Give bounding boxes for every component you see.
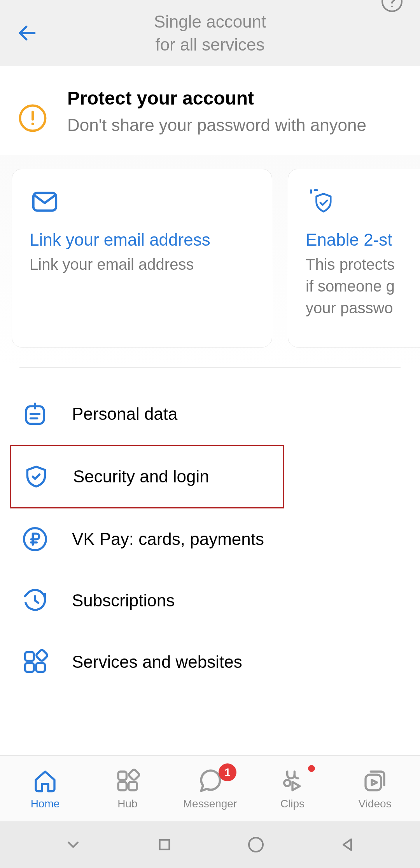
nav-label: Hub bbox=[117, 798, 137, 810]
system-menu-button[interactable] bbox=[61, 833, 85, 856]
svg-rect-22 bbox=[159, 840, 169, 850]
notification-dot bbox=[308, 765, 315, 772]
personal-data-icon bbox=[21, 400, 49, 428]
system-navigation-bar bbox=[0, 821, 420, 868]
menu-item-label: Personal data bbox=[72, 404, 178, 424]
alert-title: Protect your account bbox=[67, 87, 366, 109]
settings-menu: Personal data Security and login VK Pay:… bbox=[0, 368, 420, 693]
page-title: Single account for all services bbox=[0, 10, 420, 56]
help-icon bbox=[380, 0, 404, 13]
alert-description: Don't share your password with anyone bbox=[67, 113, 366, 138]
nav-home[interactable]: Home bbox=[4, 767, 86, 810]
notification-badge: 1 bbox=[219, 763, 236, 781]
nav-label: Videos bbox=[358, 798, 391, 810]
menu-item-label: Subscriptions bbox=[72, 591, 175, 610]
back-button[interactable] bbox=[16, 21, 39, 45]
svg-rect-15 bbox=[36, 649, 48, 662]
svg-rect-13 bbox=[25, 663, 34, 672]
app-header: Single account for all services bbox=[0, 0, 420, 66]
svg-rect-12 bbox=[25, 652, 34, 661]
shield-check-icon bbox=[23, 463, 50, 490]
system-back-button[interactable] bbox=[336, 833, 359, 856]
nav-label: Clips bbox=[280, 798, 304, 810]
square-icon bbox=[156, 837, 173, 853]
card-description: This protects if someone g your passwo bbox=[306, 253, 420, 319]
videos-icon bbox=[362, 767, 387, 795]
svg-point-20 bbox=[284, 780, 290, 786]
main-content: Protect your account Don't share your pa… bbox=[0, 66, 420, 755]
system-overview-button[interactable] bbox=[153, 833, 176, 856]
svg-point-2 bbox=[391, 6, 393, 7]
svg-rect-16 bbox=[118, 772, 126, 780]
svg-rect-18 bbox=[129, 782, 137, 790]
nav-videos[interactable]: Videos bbox=[334, 767, 416, 810]
menu-item-label: Services and websites bbox=[72, 652, 242, 672]
menu-item-label: Security and login bbox=[73, 467, 209, 486]
svg-point-23 bbox=[249, 838, 263, 852]
svg-rect-17 bbox=[118, 782, 126, 790]
menu-item-label: VK Pay: cards, payments bbox=[72, 529, 264, 549]
page-title-line2: for all services bbox=[155, 35, 264, 54]
menu-item-security-login[interactable]: Security and login bbox=[10, 445, 284, 508]
apps-icon bbox=[21, 648, 49, 676]
svg-point-5 bbox=[32, 122, 34, 125]
clock-refresh-icon bbox=[21, 587, 49, 614]
svg-rect-14 bbox=[36, 663, 45, 672]
mail-icon bbox=[30, 187, 254, 218]
exclamation-icon bbox=[18, 103, 48, 135]
menu-item-personal-data[interactable]: Personal data bbox=[0, 383, 420, 445]
system-home-button[interactable] bbox=[244, 833, 268, 856]
card-title: Enable 2-st bbox=[306, 230, 420, 250]
security-alert: Protect your account Don't share your pa… bbox=[0, 66, 420, 155]
card-link-email[interactable]: Link your email address Link your email … bbox=[12, 169, 272, 348]
chevron-down-icon bbox=[64, 835, 82, 854]
card-description: Link your email address bbox=[30, 253, 254, 275]
shield-check-stack-icon bbox=[306, 187, 420, 218]
nav-messenger[interactable]: 1 Messenger bbox=[169, 767, 251, 810]
menu-item-vk-pay[interactable]: VK Pay: cards, payments bbox=[0, 508, 420, 570]
menu-item-subscriptions[interactable]: Subscriptions bbox=[0, 570, 420, 631]
nav-clips[interactable]: Clips bbox=[251, 767, 334, 810]
arrow-left-icon bbox=[16, 22, 38, 44]
suggestion-cards: Link your email address Link your email … bbox=[0, 155, 420, 367]
hub-icon bbox=[115, 767, 140, 795]
svg-rect-19 bbox=[128, 768, 140, 780]
home-icon bbox=[33, 767, 58, 795]
card-title: Link your email address bbox=[30, 230, 254, 250]
menu-item-services-websites[interactable]: Services and websites bbox=[0, 631, 420, 693]
clips-icon bbox=[280, 767, 305, 795]
nav-hub[interactable]: Hub bbox=[86, 767, 169, 810]
ruble-circle-icon bbox=[21, 526, 49, 553]
alert-text: Protect your account Don't share your pa… bbox=[67, 87, 366, 138]
bottom-navigation: Home Hub 1 Messenger bbox=[0, 755, 420, 821]
nav-label: Home bbox=[31, 798, 60, 810]
circle-icon bbox=[247, 835, 265, 854]
page-title-line1: Single account bbox=[154, 12, 266, 31]
nav-label: Messenger bbox=[183, 798, 237, 810]
svg-rect-21 bbox=[366, 775, 381, 790]
card-enable-2fa[interactable]: Enable 2-st This protects if someone g y… bbox=[288, 169, 420, 348]
help-button[interactable] bbox=[380, 0, 404, 14]
triangle-left-icon bbox=[338, 835, 357, 854]
